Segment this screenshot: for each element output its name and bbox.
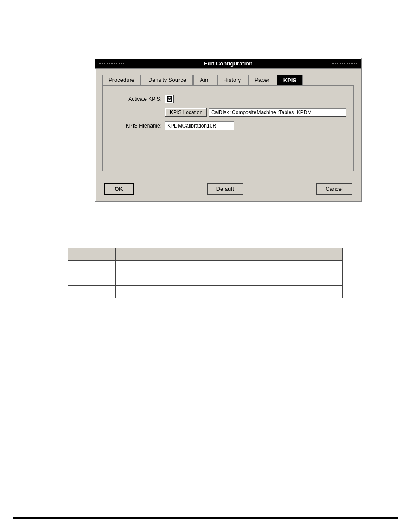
activate-kpis-label: Activate KPIS:	[110, 96, 162, 102]
kpis-location-button[interactable]: KPIS Location	[165, 108, 207, 117]
dialog-titlebar: Edit Configuration	[95, 59, 361, 69]
table-cell-1-2	[116, 261, 342, 273]
tab-bar: Procedure Density Source Aim History Pap…	[102, 75, 354, 85]
kpis-filename-label: KPIS Filename:	[110, 123, 162, 129]
kpis-filename-input[interactable]	[165, 121, 234, 130]
dialog-buttons: OK Default Cancel	[95, 178, 361, 201]
kpis-location-row: KPIS Location	[110, 108, 346, 117]
table-row	[68, 261, 342, 273]
ok-button[interactable]: OK	[104, 183, 134, 195]
dialog-title: Edit Configuration	[204, 60, 252, 67]
table-header-col1	[68, 248, 116, 260]
tab-density-source[interactable]: Density Source	[142, 75, 193, 85]
table-cell-3-2	[116, 286, 342, 298]
bottom-rule-thin	[13, 516, 398, 516]
info-table	[68, 248, 343, 298]
kpis-location-input[interactable]	[209, 108, 346, 117]
tab-aim[interactable]: Aim	[193, 75, 216, 85]
top-rule	[13, 31, 398, 31]
bottom-rule	[13, 517, 398, 519]
dialog-body: Procedure Density Source Aim History Pap…	[95, 69, 361, 178]
default-button[interactable]: Default	[207, 183, 243, 195]
table-header-row	[68, 248, 342, 261]
table-cell-2-2	[116, 273, 342, 285]
table-cell-2-1	[68, 273, 116, 285]
cancel-button[interactable]: Cancel	[316, 183, 352, 195]
tab-paper[interactable]: Paper	[248, 75, 276, 85]
table-row	[68, 286, 342, 298]
tab-procedure[interactable]: Procedure	[102, 75, 141, 85]
table-row	[68, 273, 342, 286]
table-cell-1-1	[68, 261, 116, 273]
activate-kpis-checkbox[interactable]: ☒	[165, 95, 174, 103]
activate-kpis-row: Activate KPIS: ☒	[110, 95, 346, 103]
kpis-filename-row: KPIS Filename:	[110, 121, 346, 130]
table-header-col2	[116, 248, 342, 260]
tab-history[interactable]: History	[217, 75, 247, 85]
edit-configuration-dialog: Edit Configuration Procedure Density Sou…	[95, 58, 362, 202]
table-cell-3-1	[68, 286, 116, 298]
tab-kpis[interactable]: KPIS	[277, 75, 303, 85]
tab-content-kpis: Activate KPIS: ☒ KPIS Location KPIS File…	[102, 85, 354, 171]
